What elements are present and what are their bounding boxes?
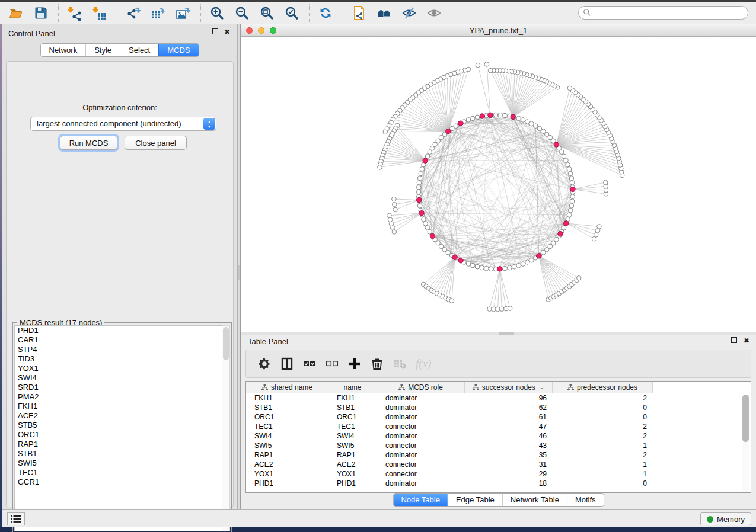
mcds-result-item[interactable]: SWI5 bbox=[15, 459, 222, 468]
column-header-MCDS-role[interactable]: MCDS role bbox=[377, 382, 465, 393]
mcds-result-item[interactable]: TID3 bbox=[15, 354, 222, 364]
optimization-criterion-select[interactable]: largest connected component (undirected)… bbox=[30, 117, 216, 131]
zoom-out-icon[interactable] bbox=[232, 4, 252, 22]
zoom-selected-icon[interactable] bbox=[282, 4, 302, 22]
horizontal-splitter-grabber[interactable] bbox=[499, 332, 514, 335]
close-panel-button[interactable]: Close panel bbox=[125, 136, 187, 150]
first-neighbors-icon[interactable] bbox=[374, 4, 394, 22]
column-header-shared-name[interactable]: shared name bbox=[246, 382, 328, 393]
table-cell: 96 bbox=[465, 393, 553, 403]
mcds-result-item[interactable]: TEC1 bbox=[15, 468, 222, 477]
tab-network-table[interactable]: Network Table bbox=[502, 494, 567, 506]
settings-icon[interactable] bbox=[256, 355, 273, 373]
mcds-result-item[interactable]: STB1 bbox=[15, 449, 222, 459]
deselect-all-icon[interactable] bbox=[323, 355, 341, 373]
mcds-result-item[interactable]: CAR1 bbox=[15, 335, 222, 345]
table-row[interactable]: STB1STB1dominator620 bbox=[246, 403, 653, 412]
table-cell: 2 bbox=[553, 450, 653, 460]
table-row[interactable]: YOX1YOX1connector291 bbox=[246, 469, 653, 479]
node-table-scrollbar[interactable] bbox=[742, 395, 749, 492]
close-panel-icon[interactable]: ✖ bbox=[224, 28, 231, 36]
close-panel-icon[interactable]: ✖ bbox=[743, 337, 750, 344]
table-cell: 46 bbox=[465, 431, 553, 441]
application-window: Control Panel ✖ NetworkStyleSelectMCDS O… bbox=[0, 0, 756, 532]
select-stepper-icon: ▲▼ bbox=[203, 118, 215, 130]
table-cell: 47 bbox=[465, 422, 553, 431]
tab-motifs[interactable]: Motifs bbox=[567, 494, 604, 506]
run-mcds-button[interactable]: Run MCDS bbox=[60, 136, 117, 150]
open-icon[interactable] bbox=[6, 4, 26, 22]
table-row[interactable]: ACE2ACE2connector311 bbox=[246, 460, 653, 469]
tab-select[interactable]: Select bbox=[120, 44, 158, 56]
search-field-wrap bbox=[578, 6, 748, 20]
vertical-splitter-grabber[interactable] bbox=[238, 265, 240, 280]
table-cell: connector bbox=[377, 422, 465, 431]
tab-network[interactable]: Network bbox=[40, 44, 85, 56]
mcds-result-scrollbar[interactable] bbox=[222, 325, 230, 531]
select-all-icon[interactable] bbox=[301, 355, 318, 373]
import-table-icon[interactable] bbox=[90, 4, 110, 22]
table-panel-tabs: Node TableEdge TableNetwork TableMotifs bbox=[393, 493, 604, 507]
zoom-in-icon[interactable] bbox=[207, 4, 227, 22]
float-panel-icon[interactable] bbox=[731, 337, 738, 344]
status-bar: Memory bbox=[2, 509, 756, 527]
control-panel-title: Control Panel bbox=[8, 29, 55, 38]
tab-node-table[interactable]: Node Table bbox=[393, 494, 448, 506]
mcds-result-item[interactable]: STB5 bbox=[15, 421, 222, 430]
mcds-result-item[interactable]: RAP1 bbox=[15, 440, 222, 449]
table-cell: 31 bbox=[465, 460, 553, 469]
mcds-result-item[interactable]: YOX1 bbox=[15, 364, 222, 373]
table-row[interactable]: PHD1PHD1dominator180 bbox=[246, 479, 653, 488]
export-network-icon[interactable] bbox=[123, 4, 143, 22]
toolbar-separator bbox=[200, 4, 201, 22]
tab-style[interactable]: Style bbox=[85, 44, 120, 56]
table-row[interactable]: ORC1ORC1dominator610 bbox=[246, 412, 653, 422]
optimization-criterion-label: Optimization criterion: bbox=[7, 103, 233, 112]
split-panel-icon[interactable] bbox=[278, 355, 296, 373]
mcds-result-item[interactable]: STP4 bbox=[15, 345, 222, 354]
mcds-scrollbar-thumb[interactable] bbox=[223, 327, 229, 360]
show-all-icon[interactable] bbox=[424, 4, 444, 22]
table-row[interactable]: TEC1TEC1connector472 bbox=[246, 422, 653, 431]
mcds-result-item[interactable]: GCR1 bbox=[15, 477, 222, 487]
export-table-icon[interactable] bbox=[148, 4, 168, 22]
add-column-icon[interactable] bbox=[346, 355, 363, 373]
table-panel: Table Panel ✖ f(x) shared namenameMCDS r… bbox=[241, 335, 756, 509]
search-input[interactable] bbox=[578, 6, 748, 20]
network-view[interactable] bbox=[241, 37, 756, 332]
network-from-selection-icon[interactable] bbox=[349, 4, 369, 22]
column-header-successor-nodes[interactable]: successor nodes⌄ bbox=[465, 382, 553, 393]
table-cell: 1 bbox=[553, 441, 653, 450]
table-cell: ORC1 bbox=[246, 412, 328, 422]
table-row[interactable]: SWI5SWI5connector431 bbox=[246, 441, 653, 450]
refresh-icon[interactable] bbox=[315, 4, 336, 22]
mcds-result-list[interactable]: PHD1CAR1STP4TID3YOX1SWI4SRD1PMA2FKH1ACE2… bbox=[14, 325, 222, 531]
mcds-result-item[interactable]: ACE2 bbox=[15, 411, 222, 421]
network-graph[interactable] bbox=[241, 37, 756, 332]
column-header-name[interactable]: name bbox=[328, 382, 377, 393]
tab-mcds[interactable]: MCDS bbox=[158, 44, 198, 56]
table-row[interactable]: RAP1RAP1dominator352 bbox=[246, 450, 653, 460]
zoom-fit-icon[interactable] bbox=[257, 4, 277, 22]
save-icon[interactable] bbox=[31, 4, 51, 22]
import-network-icon[interactable] bbox=[65, 4, 85, 22]
export-image-icon[interactable] bbox=[173, 4, 193, 22]
table-row[interactable]: FKH1FKH1dominator962 bbox=[246, 393, 653, 403]
mcds-tab-content: Optimization criterion: largest connecte… bbox=[6, 61, 234, 507]
column-header-predecessor-nodes[interactable]: predecessor nodes bbox=[553, 382, 653, 393]
mcds-result-item[interactable]: PMA2 bbox=[15, 392, 222, 402]
delete-column-icon[interactable] bbox=[368, 355, 386, 373]
tab-edge-table[interactable]: Edge Table bbox=[448, 494, 502, 506]
table-row[interactable]: SWI4SWI4dominator462 bbox=[246, 431, 653, 441]
mcds-result-item[interactable]: FKH1 bbox=[15, 402, 222, 411]
float-panel-icon[interactable] bbox=[212, 28, 219, 36]
network-window-titlebar[interactable]: YPA_prune.txt_1 bbox=[241, 24, 756, 37]
mcds-result-item[interactable]: PHD1 bbox=[15, 326, 222, 335]
node-table-scrollbar-thumb[interactable] bbox=[742, 395, 749, 442]
mcds-result-item[interactable]: SWI4 bbox=[15, 373, 222, 383]
memory-button[interactable]: Memory bbox=[700, 512, 751, 525]
mcds-result-item[interactable]: ORC1 bbox=[15, 430, 222, 440]
show-panels-list-button[interactable] bbox=[7, 512, 25, 525]
hide-selected-icon[interactable] bbox=[399, 4, 419, 22]
mcds-result-item[interactable]: SRD1 bbox=[15, 383, 222, 392]
